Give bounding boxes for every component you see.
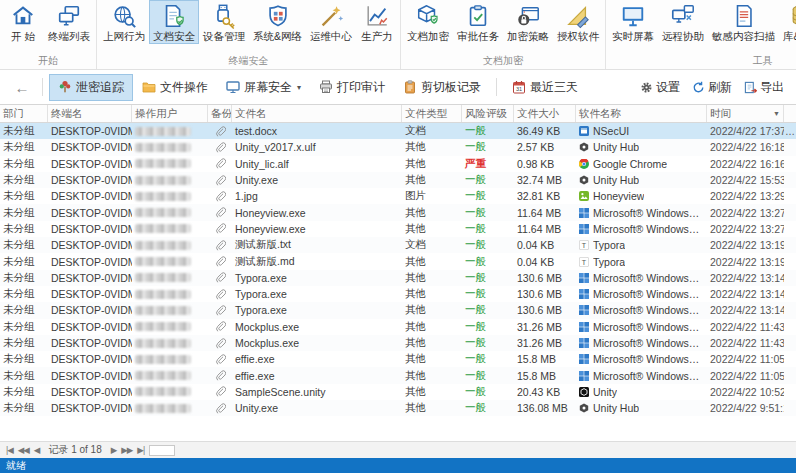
table-row[interactable]: 未分组DESKTOP-0VIDMDJSampleScene.unity其他一般2… — [0, 384, 796, 400]
cell-more[interactable] — [784, 139, 796, 155]
table-row[interactable]: 未分组DESKTOP-0VIDMDJ测试新版.txt文档一般0.04 KBTTy… — [0, 237, 796, 253]
table-row[interactable]: 未分组DESKTOP-0VIDMDJMockplus.exe其他一般31.26 … — [0, 335, 796, 351]
ribbon-item-lock[interactable]: 加密策略 — [503, 0, 553, 44]
ribbon-item-clipboard[interactable]: 审批任务 — [453, 0, 503, 44]
ribbon-item-device[interactable]: 设备管理 — [199, 0, 249, 44]
column-header-terminal[interactable]: 终端名 — [48, 105, 132, 122]
cell-backup[interactable] — [208, 367, 232, 383]
ribbon-item-remote[interactable]: 远程协助 — [658, 0, 708, 44]
table-row[interactable]: 未分组DESKTOP-0VIDMDJHoneyview.exe其他一般11.64… — [0, 204, 796, 220]
ribbon-item-screen[interactable]: 实时屏幕 — [608, 0, 658, 44]
back-button[interactable]: ← — [8, 79, 36, 96]
cell-backup[interactable] — [208, 156, 232, 172]
first-record-button[interactable]: |◀ — [6, 445, 13, 455]
ribbon-item-web[interactable]: 上网行为 — [99, 0, 149, 44]
toolbar-button-clip[interactable]: 剪切板记录 — [394, 74, 490, 101]
table-row[interactable]: 未分组DESKTOP-0VIDMDJ1.jpg图片一般32.81 KBHoney… — [0, 188, 796, 204]
cell-more[interactable] — [784, 367, 796, 383]
column-header-time[interactable]: 时间▼ — [707, 105, 784, 122]
action-gearsmall[interactable]: 设置 — [640, 79, 680, 96]
cell-more[interactable] — [784, 204, 796, 220]
cell-backup[interactable] — [208, 384, 232, 400]
cell-more[interactable] — [784, 319, 796, 335]
ribbon-item-ops[interactable]: 运维中心 — [306, 0, 356, 44]
table-row[interactable]: 未分组DESKTOP-0VIDMDJUnity_lic.alf其他严重0.98 … — [0, 156, 796, 172]
column-header-file[interactable]: 文件名 — [232, 105, 402, 122]
cell-more[interactable] — [784, 270, 796, 286]
cell-more[interactable] — [784, 237, 796, 253]
cell-more[interactable] — [784, 384, 796, 400]
toolbar-button-folder[interactable]: 文件操作 — [133, 74, 217, 101]
cell-more[interactable] — [784, 221, 796, 237]
cell-backup[interactable] — [208, 221, 232, 237]
table-row[interactable]: 未分组DESKTOP-0VIDMDJeffie.exe其他一般15.8 MBMi… — [0, 351, 796, 367]
cell-more[interactable] — [784, 286, 796, 302]
cell-backup[interactable] — [208, 270, 232, 286]
toolbar-button-monitor[interactable]: 屏幕安全▾ — [217, 74, 310, 101]
table-row[interactable]: 未分组DESKTOP-0VIDMDJUnity.exe其他一般32.74 MBU… — [0, 172, 796, 188]
ribbon-item-scan[interactable]: 敏感内容扫描 — [708, 0, 779, 44]
cell-backup[interactable] — [208, 188, 232, 204]
cell-backup[interactable] — [208, 319, 232, 335]
column-header-risk[interactable]: 风险评级 — [462, 105, 514, 122]
cell-backup[interactable] — [208, 302, 232, 318]
last-record-button[interactable]: ▶| — [137, 445, 144, 455]
column-header-operator[interactable]: 操作用户 — [132, 105, 208, 122]
cell-more[interactable] — [784, 156, 796, 172]
next-page-button[interactable]: ▶▶ — [121, 445, 132, 455]
ribbon-item-terminals[interactable]: 终端列表 — [44, 0, 94, 44]
cell-backup[interactable] — [208, 400, 232, 416]
cell-dept: 未分组 — [0, 188, 48, 204]
table-row[interactable]: 未分组DESKTOP-0VIDMDJTypora.exe其他一般130.6 MB… — [0, 286, 796, 302]
cell-more[interactable] — [784, 302, 796, 318]
toolbar-button-trace[interactable]: 泄密追踪 — [49, 74, 133, 101]
cell-more[interactable] — [784, 172, 796, 188]
cell-more[interactable] — [784, 253, 796, 269]
table-row[interactable]: 未分组DESKTOP-0VIDMDJMockplus.exe其他一般31.26 … — [0, 319, 796, 335]
ribbon-item-home[interactable]: 开 始 — [2, 0, 44, 44]
table-row[interactable]: 未分组DESKTOP-0VIDMDJHoneyview.exe其他一般11.64… — [0, 221, 796, 237]
ribbon-item-chart[interactable]: 生产力 — [356, 0, 398, 44]
table-row[interactable]: 未分组DESKTOP-0VIDMDJTypora.exe其他一般130.6 MB… — [0, 270, 796, 286]
cell-backup[interactable] — [208, 351, 232, 367]
cell-more[interactable] — [784, 351, 796, 367]
cell-backup[interactable] — [208, 123, 232, 139]
ribbon-item-db[interactable]: 库&模板 — [779, 0, 796, 44]
cell-software: Microsoft® Windows® Oper... — [576, 286, 707, 302]
cell-backup[interactable] — [208, 172, 232, 188]
cell-more[interactable] — [784, 335, 796, 351]
column-header-size[interactable]: 文件大小 — [514, 105, 576, 122]
table-row[interactable]: 未分组DESKTOP-0VIDMDJTypora.exe其他一般130.6 MB… — [0, 302, 796, 318]
cell-backup[interactable] — [208, 237, 232, 253]
action-export[interactable]: 导出 — [744, 79, 784, 96]
table-row[interactable]: 未分组DESKTOP-0VIDMDJUnity_v2017.x.ulf其他一般2… — [0, 139, 796, 155]
cell-backup[interactable] — [208, 253, 232, 269]
column-header-type[interactable]: 文件类型 — [402, 105, 462, 122]
next-record-button[interactable]: ▶ — [111, 445, 117, 455]
table-row[interactable]: 未分组DESKTOP-0VIDMDJtest.docx文档一般36.49 KBN… — [0, 123, 796, 139]
cell-more[interactable]: … — [784, 123, 796, 139]
table-row[interactable]: 未分组DESKTOP-0VIDMDJeffie.exe其他一般15.8 MBMi… — [0, 367, 796, 383]
ribbon-item-ruler[interactable]: 授权软件 — [553, 0, 603, 44]
record-position-input[interactable] — [149, 445, 175, 456]
table-row[interactable]: 未分组DESKTOP-0VIDMDJ测试新版.md其他一般0.04 KBTTyp… — [0, 253, 796, 269]
column-header-more[interactable] — [784, 105, 796, 122]
prev-record-button[interactable]: ◀ — [34, 445, 40, 455]
toolbar-button-calendar[interactable]: 31最近三天 — [503, 74, 587, 101]
cell-backup[interactable] — [208, 139, 232, 155]
toolbar-button-printer[interactable]: 打印审计 — [310, 74, 394, 101]
column-header-backup[interactable]: 备份 — [208, 105, 232, 122]
cell-more[interactable] — [784, 188, 796, 204]
cell-backup[interactable] — [208, 335, 232, 351]
ribbon-item-sysnet[interactable]: 系统&网络 — [249, 0, 306, 44]
cell-backup[interactable] — [208, 286, 232, 302]
column-header-dept[interactable]: 部门 — [0, 105, 48, 122]
cell-more[interactable] — [784, 400, 796, 416]
ribbon-item-cube[interactable]: 文档加密 — [403, 0, 453, 44]
column-header-app[interactable]: 软件名称 — [576, 105, 707, 122]
cell-backup[interactable] — [208, 204, 232, 220]
table-row[interactable]: 未分组DESKTOP-0VIDMDJUnity.exe其他一般136.08 MB… — [0, 400, 796, 416]
action-refresh[interactable]: 刷新 — [692, 79, 732, 96]
prev-page-button[interactable]: ◀◀ — [18, 445, 29, 455]
ribbon-item-docsec[interactable]: 文档安全 — [149, 0, 199, 44]
